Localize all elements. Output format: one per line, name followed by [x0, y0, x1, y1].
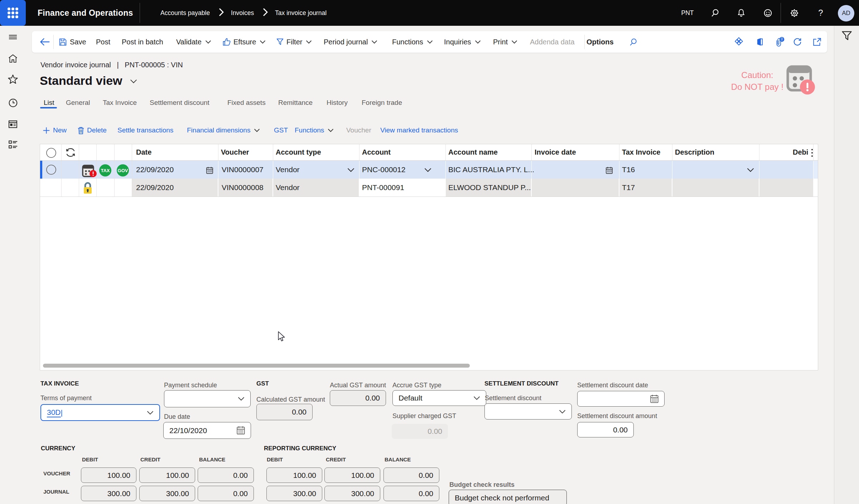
svg-text:0: 0 — [781, 37, 783, 41]
